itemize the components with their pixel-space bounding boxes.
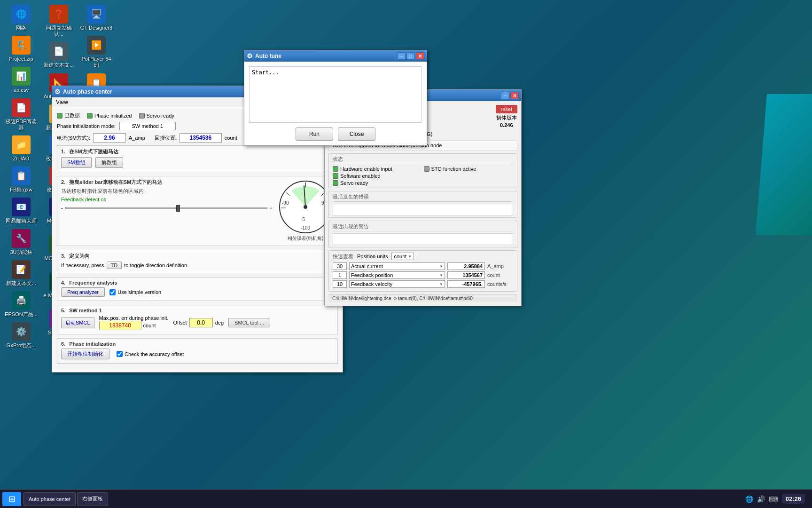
desktop-icon-letter[interactable]: 📄 新建文本文... — [42, 42, 75, 68]
autotune-close-btn[interactable]: ✕ — [416, 52, 424, 60]
last-error-section: 最后发生的错误 — [328, 191, 517, 218]
step4-controls: Freq analyzer Use simple version — [61, 287, 334, 297]
data-name-fb-velocity[interactable]: Feedback velocity ▼ — [349, 280, 445, 288]
desktop-icon-fb[interactable]: 📋 FB集.gxw — [5, 167, 38, 193]
desktop-icon-epson[interactable]: 🖨️ EPSON产品... — [5, 291, 38, 318]
svg-point-11 — [304, 205, 307, 209]
desktop-icon-question[interactable]: ❓ 问题复发确认... — [42, 5, 75, 37]
autotune-minimize-btn[interactable]: ─ — [397, 52, 406, 60]
desktop-icon-gt[interactable]: 🖥️ GT Designer3 — [80, 5, 113, 31]
desktop-icon-network[interactable]: 🌐 网络 — [5, 5, 38, 31]
status-yishu: 已数据 — [57, 112, 80, 119]
sto-label: STO function active — [431, 166, 476, 172]
step4-title: Frequency analysis — [69, 280, 117, 286]
offset-value: 0.0 — [189, 318, 213, 327]
slider-bar[interactable] — [65, 207, 267, 209]
desktop-icon-pot[interactable]: ▶️ PotPlayer 64 bit — [80, 36, 113, 68]
taskbar-items: Auto phase center 右侧面板 — [23, 492, 738, 506]
use-simple-item: Use simple version — [109, 289, 161, 295]
autotune-close-dialog-btn[interactable]: Close — [338, 127, 375, 141]
desktop-icon-gxpro[interactable]: ⚙️ GxPro组态... — [5, 322, 38, 349]
freq-analyzer-btn[interactable]: Freq analyzer — [61, 287, 105, 297]
data-name-actual-current[interactable]: Actual current ▼ — [349, 262, 445, 270]
data-value-current: 2.95884 — [447, 262, 485, 270]
pos-units-select[interactable]: count ▼ — [391, 253, 414, 260]
autotune-run-btn[interactable]: Run — [296, 127, 333, 141]
autotune-btn-row: Run Close — [249, 127, 422, 141]
jie-shu-btn[interactable]: 解数组 — [95, 157, 123, 168]
autotune-log-text: Start... — [252, 69, 279, 76]
data-num-30[interactable]: 30 — [333, 262, 347, 270]
data-num-1[interactable]: 1 — [333, 271, 347, 279]
autotune-controls: ─ □ ✕ — [397, 52, 424, 60]
quick-view-section: 快速查看 Position units count ▼ 30 Actual cu… — [328, 250, 517, 292]
current-label: 电流(SM方式): — [57, 135, 90, 142]
led-yishu — [57, 113, 62, 119]
last-warning-section: 最近出现的警告 — [328, 221, 517, 247]
check-accuracy-checkbox[interactable] — [117, 351, 123, 357]
smcl-tool-btn[interactable]: SMCL tool ... — [228, 318, 270, 327]
status-title: 状态 — [333, 156, 513, 164]
phase-init-btn[interactable]: 开始相位初始化 — [61, 349, 109, 359]
data-num-10[interactable]: 10 — [333, 280, 347, 288]
autotune-maximize-btn[interactable]: □ — [406, 52, 415, 60]
dropdown-arrow-1: ▼ — [439, 264, 443, 269]
reset-button[interactable]: reset — [496, 105, 517, 113]
position-group: 回授位置: 1354536 count — [155, 133, 237, 143]
slider-track — [65, 207, 267, 209]
hw-enable-item: Hardware enable input — [333, 166, 422, 172]
led-phase-init — [87, 113, 93, 119]
sm-shu-btn[interactable]: SM数组 — [61, 157, 92, 168]
decorative-element — [756, 94, 812, 235]
td-button[interactable]: TD — [107, 262, 122, 269]
data-unit-fb-pos: count — [487, 272, 513, 278]
step5-header: 5. SW method 1 — [61, 308, 334, 313]
svg-text:-90: -90 — [282, 200, 289, 206]
sw-enabled-item: Software enabled — [333, 173, 422, 179]
data-row-1: 30 Actual current ▼ 2.95884 A_amp — [333, 262, 513, 270]
desktop-icon-email[interactable]: 📧 网易邮箱大师 — [5, 198, 38, 224]
smcl-start-btn[interactable]: 启动SMCL — [61, 318, 94, 328]
use-simple-label: Use simple version — [117, 289, 161, 295]
step1-header: 1. 在SM方式下激磁马达 — [61, 148, 334, 155]
taskbar-right-item[interactable]: 右侧面板 — [77, 492, 108, 506]
current-value: 2.96 — [93, 133, 126, 143]
data-name-fb-position[interactable]: Feedback position ▼ — [349, 271, 445, 279]
slider-thumb[interactable] — [176, 205, 180, 212]
check-accuracy-item: Check the accuracy offset — [117, 351, 184, 357]
current-unit: A_amp — [129, 135, 145, 141]
step5-num: 5. — [61, 308, 65, 313]
offset-group: Offset 0.0 deg — [173, 318, 224, 327]
last-warning-box — [333, 233, 513, 245]
slider-row: - + — [61, 205, 273, 211]
desktop-icon-project[interactable]: 🗜️ Project.zip — [5, 36, 38, 62]
taskbar-tray: 🌐 🔊 ⌨ 02:26 — [741, 494, 810, 504]
position-unit: count — [225, 135, 237, 141]
taskbar-apc-item[interactable]: Auto phase center — [23, 492, 76, 506]
step2-header: 2. 拖曳slider bar来移动在SM方式下的马达 — [61, 179, 273, 186]
led-servo — [139, 113, 145, 119]
status-phase-init: Phase initialized — [87, 113, 132, 119]
position-label: 回授位置: — [155, 135, 177, 142]
step4-section: 4. Frequency analysis Freq analyzer Use … — [57, 277, 338, 301]
data-value-fb-pos: 1354567 — [447, 271, 485, 279]
desktop-icon-csv[interactable]: 📊 aa.csv — [5, 67, 38, 93]
desktop-icon-pdf[interactable]: 📄 极速PDF阅读器 — [5, 98, 38, 131]
slider-max: + — [270, 205, 273, 211]
start-button[interactable]: ⊞ — [2, 492, 21, 506]
status-servo-label: Servo ready — [147, 113, 174, 119]
step3-header: 3. 定义为向 — [61, 253, 334, 260]
network-tray-icon: 🌐 — [745, 495, 753, 503]
last-warning-title: 最近出现的警告 — [333, 223, 513, 231]
status-phase-label: Phase initialized — [94, 113, 132, 119]
desktop-icon-ziliao[interactable]: 📁 ZILIAO — [5, 135, 38, 162]
right-minimize-btn[interactable]: ─ — [501, 92, 509, 99]
desktop-icon-3u[interactable]: 🔧 3U功能块 — [5, 229, 38, 255]
desktop-icon-xinjin[interactable]: 📝 新建文本文... — [5, 260, 38, 286]
right-window-controls: ─ ✕ — [501, 92, 519, 99]
autotune-titlebar[interactable]: ⚙ Auto tune ─ □ ✕ — [244, 50, 427, 62]
right-close-btn[interactable]: ✕ — [510, 92, 519, 99]
step5-section: 5. SW method 1 启动SMCL Max.pos. err durin… — [57, 305, 338, 334]
use-simple-checkbox[interactable] — [109, 289, 116, 295]
apc-menu-view[interactable]: View — [56, 99, 68, 105]
